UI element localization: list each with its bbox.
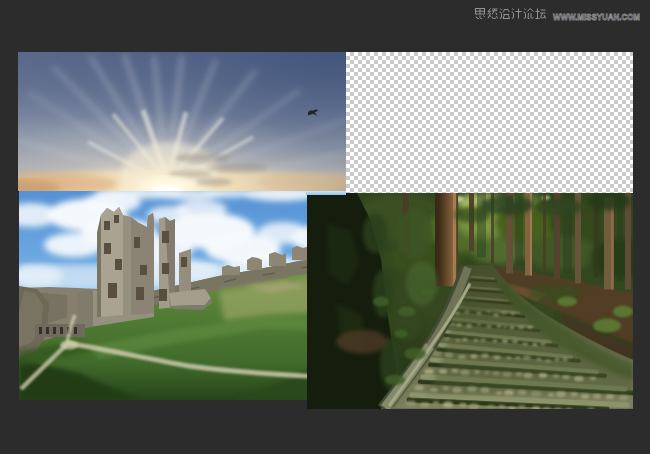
svg-text:WWW.MISSYUAN.COM: WWW.MISSYUAN.COM — [553, 11, 640, 22]
